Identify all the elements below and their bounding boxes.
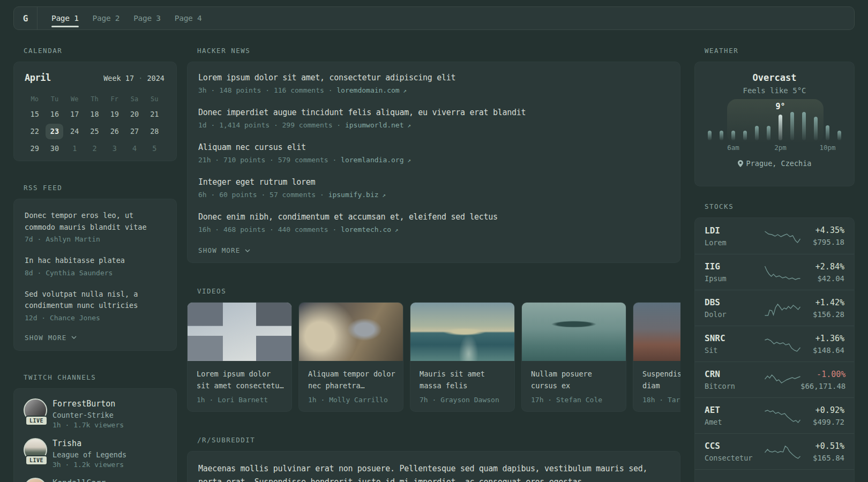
videos-widget: VIDEOS Lorem ipsum dolorsit amet consect… xyxy=(187,287,680,412)
video-card[interactable]: Suspendissediam18h · Tara xyxy=(633,302,680,412)
video-thumbnail[interactable] xyxy=(522,303,626,361)
nav-tab-page-1[interactable]: Page 1 xyxy=(51,7,79,29)
calendar-day: 18 xyxy=(85,106,104,123)
nav-tab-page-3[interactable]: Page 3 xyxy=(133,7,161,29)
video-thumbnail[interactable] xyxy=(633,303,680,361)
stock-row[interactable]: AHS+0.46% xyxy=(695,469,854,482)
video-title-line: Lorem ipsum dolor xyxy=(197,368,282,380)
video-title[interactable]: Nullam posuerecursus ex xyxy=(531,368,617,391)
video-title-line: Suspendisse xyxy=(642,368,680,380)
rss-card: Donec tempor eros leo, ut commodo mauris… xyxy=(13,199,177,351)
reddit-post-title[interactable]: Maecenas mollis pulvinar erat non posuer… xyxy=(198,462,669,482)
twitch-channel-name[interactable]: Trisha xyxy=(53,439,126,448)
hackernews-show-more-button[interactable]: SHOW MORE xyxy=(198,246,669,254)
nav-tab-page-2[interactable]: Page 2 xyxy=(93,7,120,29)
video-card[interactable]: Nullam posuerecursus ex17h · Stefan Cole xyxy=(521,302,626,412)
video-thumbnail[interactable] xyxy=(410,303,514,361)
calendar-day: 28 xyxy=(145,123,164,140)
twitch-card: LIVEForrestBurtonCounter-Strike1h · 1.7k… xyxy=(13,388,177,482)
twitch-channel-name[interactable]: KendallCarr xyxy=(53,478,106,482)
hackernews-item-domain-link[interactable]: loremdomain.com xyxy=(336,86,399,94)
twitch-channel-info: KendallCarr xyxy=(53,478,106,482)
calendar-day-number: 28 xyxy=(150,127,159,135)
hackernews-card: Lorem ipsum dolor sit amet, consectetur … xyxy=(187,62,680,263)
calendar-day: 29 xyxy=(25,140,44,157)
video-card[interactable]: Aliquam tempor dolornec pharetra…1h · Mo… xyxy=(298,302,403,412)
stock-row[interactable]: LDILorem+4.35%$795.18 xyxy=(695,218,854,254)
weather-bar xyxy=(731,131,735,140)
stock-name: Consectetur xyxy=(705,454,765,462)
weather-bar xyxy=(814,117,818,140)
weather-bars xyxy=(708,105,841,140)
weather-hour-label: 10pm xyxy=(819,144,835,152)
video-thumbnail[interactable] xyxy=(299,303,403,361)
weather-hour-label: 2pm xyxy=(774,144,787,152)
hackernews-item: Donec enim nibh, condimentum et accumsan… xyxy=(198,212,669,234)
hackernews-item-domain-link[interactable]: ipsumify.biz xyxy=(328,191,379,199)
hackernews-item-title[interactable]: Donec imperdiet augue tincidunt felis al… xyxy=(198,107,669,118)
hackernews-item-title[interactable]: Integer eget rutrum lorem xyxy=(198,177,669,187)
video-title[interactable]: Aliquam tempor dolornec pharetra… xyxy=(308,368,394,391)
stock-info: AETAmet xyxy=(705,405,765,426)
hackernews-item-title[interactable]: Donec enim nibh, condimentum et accumsan… xyxy=(198,212,669,222)
external-link-icon: ↗ xyxy=(400,87,407,94)
twitch-channel[interactable]: LIVEKendallCarr xyxy=(24,478,167,482)
live-badge: LIVE xyxy=(25,416,48,426)
weekday-label: Su xyxy=(145,93,164,106)
weather-condition: Overcast xyxy=(695,72,854,83)
rss-item-title[interactable]: Sed volutpat nulla nisl, a condimentum n… xyxy=(25,289,166,312)
hackernews-item-domain-link[interactable]: ipsumworld.net xyxy=(345,121,404,129)
video-thumbnail[interactable] xyxy=(188,303,291,361)
twitch-channel[interactable]: LIVETrishaLeague of Legends3h · 1.2k vie… xyxy=(24,438,167,470)
nav-tab-page-4[interactable]: Page 4 xyxy=(175,7,202,29)
calendar-day-selected: 23 xyxy=(44,123,64,140)
subreddit-card: Maecenas mollis pulvinar erat non posuer… xyxy=(187,451,680,482)
rss-item-title[interactable]: Donec tempor eros leo, ut commodo mauris… xyxy=(25,210,166,233)
show-more-label: SHOW MORE xyxy=(198,246,241,254)
twitch-avatar-wrap: LIVE xyxy=(24,398,47,431)
video-card-body: Suspendissediam18h · Tara xyxy=(633,361,680,411)
twitch-channel[interactable]: LIVEForrestBurtonCounter-Strike1h · 1.7k… xyxy=(24,398,167,431)
hackernews-items: Lorem ipsum dolor sit amet, consectetur … xyxy=(198,72,669,234)
stock-price: $148.64 xyxy=(813,346,844,355)
external-link-icon: ↗ xyxy=(404,122,411,129)
stock-row[interactable]: DBSDolor+1.42%$156.28 xyxy=(695,290,854,326)
middle-column: HACKER NEWS Lorem ipsum dolor sit amet, … xyxy=(187,47,680,482)
stock-values: +1.42%$156.28 xyxy=(813,298,844,319)
stock-row[interactable]: CRNBitcorn-1.00%$66,171.48 xyxy=(695,362,854,397)
weather-location-text: Prague, Czechia xyxy=(746,159,812,168)
weather-hour-label: 6am xyxy=(727,144,739,152)
app-logo[interactable]: G xyxy=(14,7,38,29)
rss-item-title[interactable]: In hac habitasse platea xyxy=(25,255,166,267)
hackernews-item-domain-link[interactable]: loremtech.co xyxy=(341,225,391,234)
twitch-channel-name[interactable]: ForrestBurton xyxy=(53,399,124,409)
hackernews-item-stats: 6h · 60 points · 57 comments · xyxy=(198,191,328,199)
calendar-day-number: 5 xyxy=(152,144,156,153)
video-card[interactable]: Mauris sit ametmassa felis7h · Grayson D… xyxy=(410,302,515,412)
rss-show-more-button[interactable]: SHOW MORE xyxy=(25,334,166,342)
hackernews-item-title[interactable]: Lorem ipsum dolor sit amet, consectetur … xyxy=(198,72,669,83)
stock-change: +0.51% xyxy=(813,441,844,451)
stock-row[interactable]: CCSConsectetur+0.51%$165.84 xyxy=(695,433,854,469)
videos-section-label: VIDEOS xyxy=(197,287,680,295)
video-meta: 18h · Tara xyxy=(642,396,680,404)
hackernews-item: Donec imperdiet augue tincidunt felis al… xyxy=(198,107,669,129)
stock-name: Dolor xyxy=(705,310,765,319)
video-title[interactable]: Lorem ipsum dolorsit amet consectetu… xyxy=(197,368,282,391)
calendar-day: 24 xyxy=(65,123,85,140)
dashboard-columns: CALENDAR April Week 17 · 2024 MoTuWeThFr… xyxy=(13,47,855,482)
video-title[interactable]: Mauris sit ametmassa felis xyxy=(420,368,505,391)
video-title[interactable]: Suspendissediam xyxy=(642,368,680,391)
hackernews-item-domain-link[interactable]: loremlandia.org xyxy=(341,156,403,164)
calendar-day-number: 30 xyxy=(50,144,59,153)
stock-info: CCSConsectetur xyxy=(705,441,765,462)
stock-row[interactable]: AETAmet+0.92%$499.72 xyxy=(695,397,854,433)
video-card[interactable]: Lorem ipsum dolorsit amet consectetu…1h … xyxy=(187,302,292,412)
hackernews-item-title[interactable]: Aliquam nec cursus elit xyxy=(198,142,669,153)
twitch-channel-meta: 1h · 1.7k viewers xyxy=(53,421,124,429)
hackernews-section-label: HACKER NEWS xyxy=(197,47,680,55)
video-card-body: Lorem ipsum dolorsit amet consectetu…1h … xyxy=(188,361,291,411)
stock-row[interactable]: SNRCSit+1.36%$148.64 xyxy=(695,326,854,362)
stock-row[interactable]: IIGIpsum+2.84%$42.04 xyxy=(695,254,854,290)
external-link-icon: ↗ xyxy=(379,192,386,199)
